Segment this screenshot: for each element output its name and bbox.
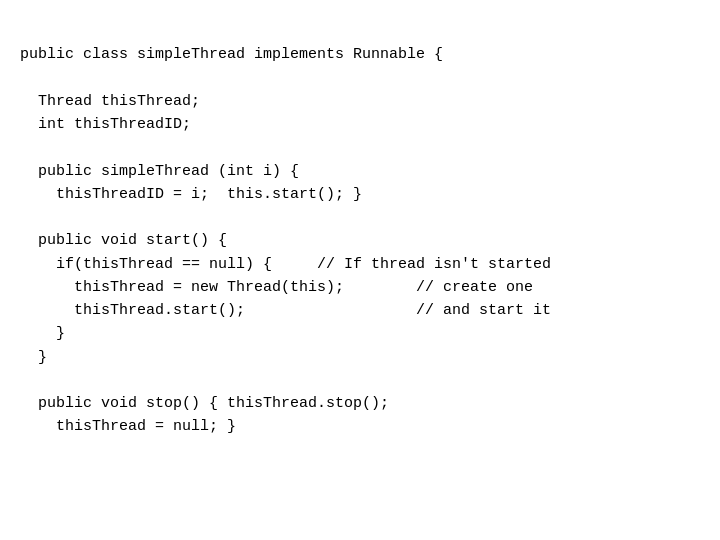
code-line-13: } xyxy=(20,325,65,342)
code-line-1: public class simpleThread implements Run… xyxy=(20,46,443,63)
code-line-12: thisThread.start(); // and start it xyxy=(20,302,551,319)
code-line-6: public simpleThread (int i) { xyxy=(20,163,299,180)
code-line-4: int thisThreadID; xyxy=(20,116,191,133)
code-line-7: thisThreadID = i; this.start(); } xyxy=(20,186,362,203)
code-line-11: thisThread = new Thread(this); // create… xyxy=(20,279,533,296)
code-line-16: public void stop() { thisThread.stop(); xyxy=(20,395,389,412)
code-line-9: public void start() { xyxy=(20,232,227,249)
code-line-14: } xyxy=(20,349,47,366)
code-line-3: Thread thisThread; xyxy=(20,93,200,110)
code-line-17: thisThread = null; } xyxy=(20,418,236,435)
code-line-10: if(thisThread == null) { // If thread is… xyxy=(20,256,551,273)
code-block: public class simpleThread implements Run… xyxy=(0,0,720,540)
